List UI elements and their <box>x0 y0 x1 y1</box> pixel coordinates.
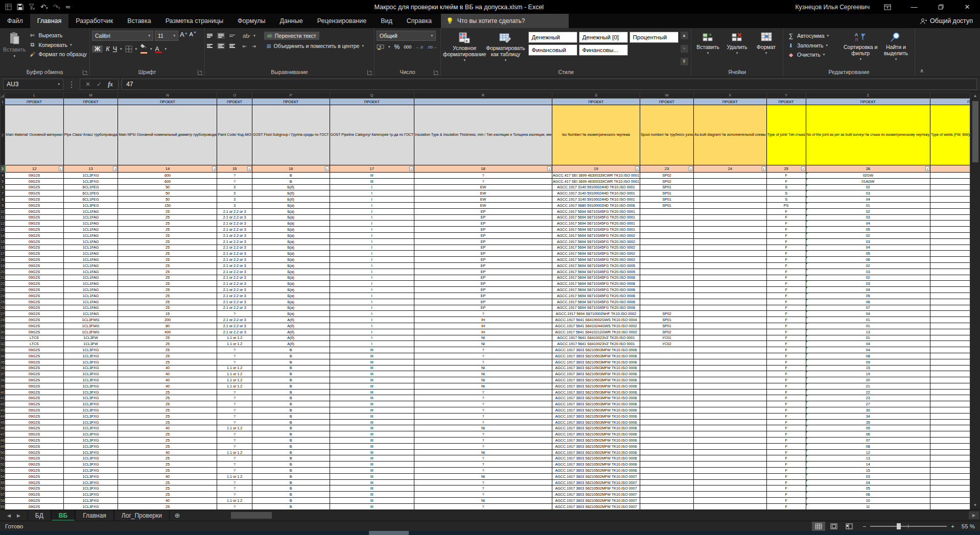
cell[interactable]: S <box>766 184 806 190</box>
cell[interactable]: I <box>330 208 414 214</box>
cell[interactable]: 2.1 or 2.2 or 3 <box>217 257 252 263</box>
cell[interactable]: 25 <box>118 437 217 444</box>
cell[interactable]: BW <box>930 383 970 389</box>
cell[interactable] <box>694 455 767 461</box>
cell[interactable]: 08 <box>806 353 930 359</box>
cell-style-0[interactable]: Денежный <box>528 32 577 43</box>
cell[interactable]: 25 <box>118 395 217 401</box>
cell[interactable] <box>640 383 693 389</box>
cell[interactable]: 1CL1FAG <box>63 232 118 238</box>
cell[interactable]: 25 <box>118 238 217 245</box>
row-number-28[interactable]: 28 <box>1 317 5 323</box>
project-cell-R[interactable] <box>414 99 552 105</box>
cell[interactable]: Б(а) <box>252 311 330 317</box>
cell[interactable]: AGCC.1917 3603 S6210503MFW TK10.ISO 0006 <box>552 365 640 371</box>
cell[interactable]: 1CL3FXG <box>63 371 118 377</box>
cell[interactable]: IH <box>414 317 552 323</box>
cell[interactable]: S <box>766 197 806 203</box>
cell[interactable]: 1CL1FAG <box>63 257 118 263</box>
cell[interactable]: ? <box>217 359 252 365</box>
header-cell-AA[interactable]: Type of welds (FW, BW)/ Тип шва (Угловой… <box>930 105 970 165</box>
cell[interactable]: В <box>252 383 330 389</box>
cell[interactable]: ? <box>217 461 252 468</box>
cell[interactable] <box>694 275 767 281</box>
cell[interactable]: AGCC.1917 5694 S6710345FG TK20.ISO 0006 <box>552 281 640 287</box>
cell[interactable]: 02 <box>806 232 930 238</box>
tell-me-search[interactable]: 💡 Что вы хотите сделать? <box>441 14 569 28</box>
cell[interactable] <box>694 269 767 275</box>
cell[interactable]: AGCC.1917 5641 S6410212GWR TK10.ISO 0002 <box>552 329 640 335</box>
cell[interactable]: 40 <box>118 383 217 389</box>
row-number-43[interactable]: 43 <box>1 407 5 414</box>
cell[interactable]: 02 <box>806 275 930 281</box>
cell[interactable] <box>640 401 693 407</box>
cell[interactable]: FW <box>930 311 970 317</box>
cell[interactable]: NI <box>414 335 552 341</box>
cell[interactable]: 09G2S <box>5 214 63 221</box>
cell[interactable] <box>694 323 767 329</box>
cell[interactable]: ? <box>414 468 552 474</box>
sheet-tab-ВБ[interactable]: ВБ <box>51 510 75 521</box>
cell[interactable] <box>640 251 693 257</box>
minimize-button[interactable]: — <box>905 0 923 14</box>
qat-customize-icon[interactable]: ≂ <box>65 3 71 11</box>
cell[interactable]: 1CL3FWG <box>63 323 118 329</box>
cell[interactable]: 1CL3FXG <box>63 401 118 407</box>
cell[interactable]: NI <box>414 449 552 455</box>
cell[interactable]: BW <box>930 221 970 227</box>
cell-style-1[interactable]: Денежный [0] <box>579 32 628 43</box>
cell[interactable]: 2.1 or 2.2 or 3 <box>217 299 252 305</box>
cell[interactable]: BW <box>930 371 970 377</box>
cell[interactable]: I <box>330 269 414 275</box>
cell[interactable]: 1CL3FXG <box>63 455 118 461</box>
cell[interactable]: F <box>766 347 806 353</box>
cell[interactable]: F <box>766 232 806 238</box>
cell[interactable]: 1CL3FXG <box>63 449 118 455</box>
cell[interactable]: 1CL1FAG <box>63 281 118 287</box>
cell[interactable]: ? <box>414 347 552 353</box>
cell[interactable] <box>640 437 693 444</box>
cell[interactable]: BW <box>930 347 970 353</box>
cell[interactable]: 2.1 or 2.2 or 3 <box>217 221 252 227</box>
cell[interactable]: BW <box>930 425 970 431</box>
cell[interactable]: I <box>330 341 414 347</box>
underline-button[interactable]: Ч <box>113 45 117 53</box>
cell[interactable]: I <box>330 184 414 190</box>
zoom-level[interactable]: 55 % <box>960 523 980 529</box>
cell[interactable]: ? <box>217 178 252 184</box>
grow-font-icon[interactable]: А▲ <box>180 31 188 41</box>
cell[interactable]: 09G2S <box>5 299 63 305</box>
cell[interactable]: F <box>766 377 806 383</box>
cell[interactable]: BW <box>930 232 970 238</box>
field-number-cell-M[interactable]: 13▾ <box>63 165 118 173</box>
cell[interactable] <box>640 461 693 468</box>
cell[interactable] <box>694 365 767 371</box>
row-number-34[interactable]: 34 <box>1 353 5 359</box>
cell[interactable] <box>694 431 767 437</box>
cell[interactable]: III <box>330 449 414 455</box>
cell[interactable]: AGCC.417 SEI 3699 46300339CWR TK10.ISO 0… <box>552 173 640 179</box>
cell[interactable]: 1CL1FAG <box>63 208 118 214</box>
cell[interactable]: ? <box>414 461 552 468</box>
cell[interactable]: ? <box>414 173 552 179</box>
number-dialog-launcher-icon[interactable] <box>434 70 439 75</box>
cell[interactable] <box>694 202 767 208</box>
bold-button[interactable]: Ж <box>92 45 103 53</box>
header-cell-P[interactable]: GOST Fluid Subgroup / Группа среды по ГО… <box>252 105 330 165</box>
cell[interactable]: Б(а) <box>252 305 330 311</box>
cell[interactable]: F <box>766 311 806 317</box>
cell[interactable]: 13 <box>806 329 930 335</box>
cell[interactable]: 2.1 or 2.2 or 3 <box>217 293 252 299</box>
cell[interactable]: I <box>330 299 414 305</box>
cell[interactable]: SP02 <box>640 173 693 179</box>
conditional-formatting-button[interactable]: ≠ Условное форматирование▾ <box>443 30 486 62</box>
cell[interactable]: BW <box>930 449 970 455</box>
field-number-cell-AA[interactable]: 27▾ <box>930 165 970 173</box>
row-number-58[interactable]: 58 <box>1 498 5 504</box>
cell[interactable]: 15 <box>118 311 217 317</box>
row-number-49[interactable]: 49 <box>1 443 5 449</box>
cell[interactable]: BW <box>930 245 970 251</box>
delete-cells-button[interactable]: Удалить▾ <box>722 30 752 55</box>
cell[interactable]: 25 <box>118 245 217 251</box>
cell[interactable] <box>640 238 693 245</box>
